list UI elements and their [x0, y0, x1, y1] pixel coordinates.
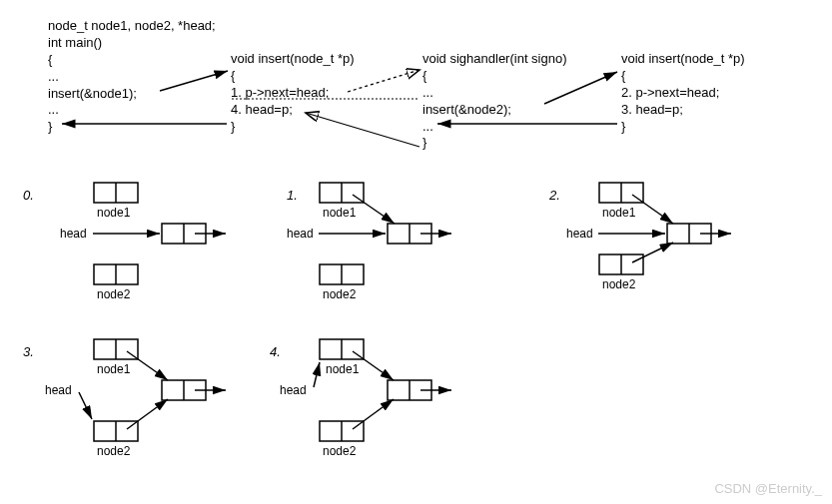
- svg-text:head: head: [566, 227, 593, 241]
- svg-line-50: [127, 351, 168, 380]
- svg-text:0.: 0.: [23, 188, 34, 203]
- step-0-group: 0. node1 head node2: [23, 183, 226, 301]
- step-3-group: 3. node1 head node2: [23, 339, 226, 458]
- svg-line-45: [632, 243, 673, 262]
- svg-line-73: [353, 399, 394, 429]
- svg-text:3.: 3.: [23, 344, 34, 359]
- svg-text:node1: node1: [97, 206, 131, 220]
- svg-text:node1: node1: [323, 206, 357, 220]
- svg-text:node1: node1: [602, 206, 636, 220]
- svg-text:node2: node2: [323, 287, 357, 301]
- svg-text:2.: 2.: [548, 188, 560, 203]
- svg-text:node2: node2: [323, 444, 357, 458]
- svg-text:head: head: [60, 227, 87, 241]
- watermark: CSDN @Eternity._: [714, 481, 822, 496]
- svg-text:node2: node2: [97, 287, 131, 301]
- svg-text:head: head: [287, 227, 314, 241]
- diagram-svg: 0. node1 head node2 1. node1 head node2: [0, 0, 832, 504]
- svg-text:node2: node2: [97, 444, 131, 458]
- svg-text:node2: node2: [602, 277, 636, 291]
- svg-text:node1: node1: [326, 362, 360, 376]
- svg-line-66: [314, 362, 320, 387]
- svg-text:4.: 4.: [270, 344, 281, 359]
- svg-line-59: [127, 399, 168, 429]
- svg-line-0: [160, 71, 228, 91]
- svg-line-4: [544, 72, 617, 104]
- step-1-group: 1. node1 head node2: [287, 183, 451, 301]
- svg-line-6: [306, 113, 419, 147]
- svg-line-2: [348, 70, 419, 92]
- svg-line-23: [353, 195, 395, 224]
- svg-text:node1: node1: [97, 362, 131, 376]
- svg-text:head: head: [45, 383, 72, 397]
- svg-line-36: [632, 195, 673, 224]
- step-2-group: 2. node1 head node2: [548, 183, 731, 291]
- svg-line-52: [79, 392, 92, 419]
- svg-text:head: head: [280, 383, 307, 397]
- svg-text:1.: 1.: [287, 188, 298, 203]
- step-4-group: 4. node1 head node2: [270, 339, 451, 458]
